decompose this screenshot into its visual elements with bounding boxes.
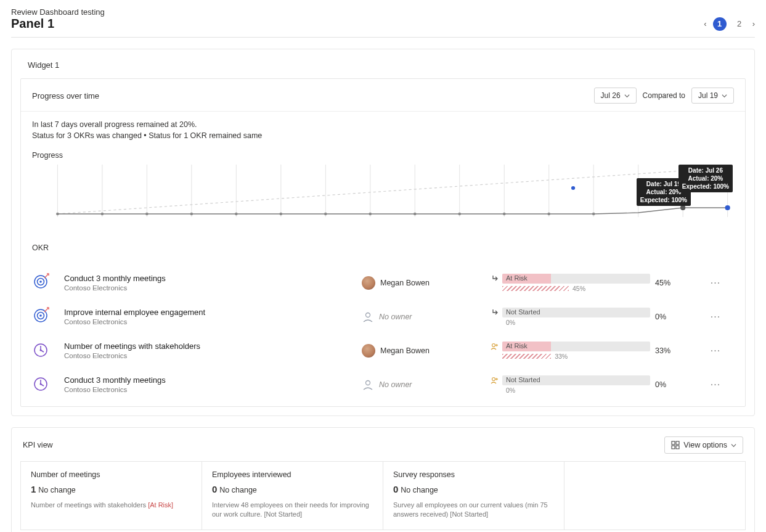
progress-cell: Not Started0% <box>490 308 650 326</box>
chevron-down-icon <box>722 93 727 99</box>
svg-point-26 <box>458 213 461 216</box>
svg-point-35 <box>39 280 42 283</box>
date-dropdown[interactable]: Jul 26 <box>594 88 637 104</box>
svg-point-29 <box>592 213 595 216</box>
svg-line-16 <box>57 168 727 214</box>
progress-bar: At Risk <box>502 274 650 284</box>
kpi-card[interactable]: Employees interviewed0No changeInterview… <box>202 462 383 530</box>
progress-cell: At Risk33% <box>490 342 650 360</box>
owner: No owner <box>362 379 485 391</box>
kpi-card-title: Number of meetings <box>31 470 192 479</box>
progress-bar: At Risk <box>502 342 650 351</box>
svg-point-19 <box>145 213 149 216</box>
avatar <box>362 344 375 358</box>
kpi-card-title: Employees interviewed <box>212 470 373 479</box>
owner: No owner <box>362 311 485 323</box>
svg-rect-60 <box>676 446 679 449</box>
chevron-down-icon <box>624 93 630 99</box>
status-badge: At Risk <box>506 274 528 282</box>
arrow-out-icon <box>490 274 499 283</box>
kpi-card-desc: Interview 48 employees on their needs fo… <box>212 501 373 520</box>
more-menu[interactable]: ··· <box>697 345 734 356</box>
svg-point-18 <box>101 213 104 216</box>
progress-cell: Not Started0% <box>490 375 650 394</box>
svg-point-27 <box>503 213 506 216</box>
svg-point-22 <box>279 213 282 216</box>
next-page-button[interactable]: › <box>752 19 755 28</box>
okr-type-icon <box>32 375 59 394</box>
status-badge: Not Started <box>506 376 540 383</box>
svg-point-41 <box>366 313 370 317</box>
svg-point-23 <box>324 213 327 216</box>
okr-row[interactable]: Number of meetings with stakeholdersCont… <box>21 334 745 367</box>
svg-rect-57 <box>672 441 675 444</box>
svg-point-53 <box>366 380 370 385</box>
arrow-out-icon <box>490 308 499 317</box>
person-add-icon <box>490 342 499 351</box>
svg-point-32 <box>725 205 730 210</box>
summary-line-1: In last 7 days overall progress remained… <box>32 120 734 129</box>
progress-cell: At Risk45% <box>490 274 650 292</box>
okr-title-block: Number of meetings with stakeholdersCont… <box>64 342 357 359</box>
compare-date-value: Jul 19 <box>698 91 718 100</box>
okr-type-icon <box>32 307 59 326</box>
kpi-card-value: 0No change <box>393 484 554 494</box>
okr-title-block: Conduct 3 monthly meetingsContoso Electr… <box>64 375 357 393</box>
svg-point-39 <box>39 314 42 317</box>
kpi-card-value: 0No change <box>212 484 373 494</box>
progress-bar: Not Started <box>502 308 650 317</box>
kpi-view-card: KPI view View options Number of meetings… <box>11 427 755 532</box>
svg-point-17 <box>56 213 59 216</box>
progress-percent: 0% <box>655 313 692 321</box>
okr-row[interactable]: Conduct 3 monthly meetingsContoso Electr… <box>21 266 745 300</box>
okr-type-icon <box>32 341 59 360</box>
chevron-down-icon <box>731 443 736 448</box>
svg-point-25 <box>414 213 417 216</box>
page-1[interactable]: 1 <box>713 17 727 31</box>
more-menu[interactable]: ··· <box>697 277 734 289</box>
section-progress-label: Progress over time <box>32 91 99 100</box>
more-menu[interactable]: ··· <box>697 311 734 322</box>
kpi-card-title: Survey responses <box>393 470 554 479</box>
svg-line-40 <box>44 308 48 312</box>
kpi-card[interactable]: Number of meetings1No changeNumber of me… <box>21 462 202 530</box>
svg-point-28 <box>547 213 550 216</box>
kpi-card-desc: Survey all employees on our current valu… <box>393 501 554 520</box>
more-menu[interactable]: ··· <box>697 379 734 390</box>
person-icon <box>362 379 374 391</box>
svg-point-31 <box>680 205 685 210</box>
prev-page-button[interactable]: ‹ <box>704 19 706 28</box>
owner: Megan Bowen <box>362 276 485 290</box>
okr-row[interactable]: Improve internal employee engagementCont… <box>21 300 745 334</box>
page-2[interactable]: 2 <box>733 17 746 31</box>
svg-line-36 <box>44 274 48 278</box>
kpi-card-value: 1No change <box>31 484 192 494</box>
svg-rect-59 <box>672 446 675 449</box>
svg-point-30 <box>571 186 575 190</box>
progress-percent: 45% <box>655 279 692 287</box>
page-title: Panel 1 <box>11 17 54 31</box>
widget-title: Widget 1 <box>12 60 754 78</box>
kpi-card-empty <box>564 462 746 530</box>
svg-point-24 <box>369 213 372 216</box>
status-badge: Not Started <box>506 308 540 316</box>
pagination: ‹ 1 2 › <box>704 17 755 31</box>
kpi-card-desc: Number of meetings with stakeholders [At… <box>31 501 192 510</box>
view-options-dropdown[interactable]: View options <box>664 436 743 454</box>
progress-label: Progress <box>32 151 734 160</box>
person-icon <box>362 311 374 323</box>
compare-date-dropdown[interactable]: Jul 19 <box>691 88 734 104</box>
compared-to-label: Compared to <box>643 91 685 100</box>
progress-chart: Date: Jul 19 Actual: 20% Expected: 100% … <box>32 165 734 232</box>
widget-card: Widget 1 Progress over time Jul 26 Compa… <box>11 49 755 416</box>
svg-point-21 <box>235 213 238 216</box>
okr-row[interactable]: Conduct 3 monthly meetingsContoso Electr… <box>21 367 745 401</box>
svg-point-45 <box>40 350 42 351</box>
svg-point-54 <box>492 377 495 380</box>
progress-percent: 33% <box>655 346 692 355</box>
okr-title-block: Conduct 3 monthly meetingsContoso Electr… <box>64 274 357 292</box>
kpi-card[interactable]: Survey responses0No changeSurvey all emp… <box>383 462 564 530</box>
svg-point-52 <box>40 383 42 385</box>
okr-section-label: OKR <box>32 232 734 255</box>
avatar <box>362 276 375 290</box>
